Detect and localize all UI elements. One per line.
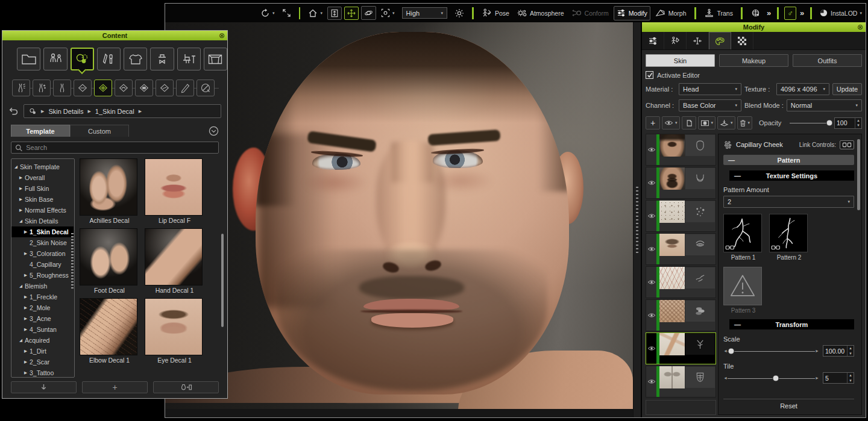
collapse-panel-button[interactable] — [209, 126, 219, 136]
tree-arrow-icon[interactable]: ▶ — [19, 186, 25, 191]
tree-arrow-icon[interactable]: ▶ — [24, 273, 30, 278]
tree-item-acquired[interactable]: ◢Acquired — [11, 335, 74, 346]
reset-camera-button[interactable]: ▾ — [258, 7, 277, 20]
morph-button[interactable]: Morph — [653, 7, 689, 20]
layer-visibility-button[interactable]: ▾ — [662, 116, 680, 129]
pattern-section-header[interactable]: — Pattern — [723, 155, 854, 165]
layer-visibility-toggle[interactable] — [646, 366, 656, 397]
quality-dropdown[interactable]: High ▾ — [402, 7, 448, 19]
blend-mode-select[interactable]: Normal▾ — [787, 99, 862, 111]
normal-map-button[interactable] — [115, 80, 133, 96]
close-icon[interactable]: ⊗ — [219, 31, 225, 40]
skin-category-button[interactable]: Skin — [646, 54, 715, 67]
opacity-input[interactable]: 100 ▲▼ — [834, 117, 862, 129]
layer-capillary-cheek[interactable]: Capillary Cheek — [646, 266, 716, 298]
tree-arrow-icon[interactable]: ▶ — [24, 360, 30, 364]
tile-input[interactable]: 5 ▲▼ — [823, 372, 854, 384]
tile-slider-knob[interactable] — [773, 375, 779, 381]
tree-item-1-dirt[interactable]: ▶1_Dirt — [11, 346, 74, 357]
breadcrumb-item[interactable]: 1_Skin Decal — [95, 108, 134, 115]
tree-item-2-skin-noise[interactable]: 2_Skin Noise — [11, 237, 74, 248]
pattern-slot-pattern-1[interactable]: Pattern 1 — [723, 214, 763, 261]
bake-layer-button[interactable]: ▾ — [717, 116, 735, 129]
scale-slider-knob[interactable] — [728, 348, 734, 354]
tree-arrow-icon[interactable]: ◢ — [19, 284, 25, 288]
body-outline-button[interactable] — [53, 80, 71, 96]
scale-spinner[interactable]: ▲▼ — [847, 346, 854, 356]
tree-item-3-coloration[interactable]: ▶3_Coloration — [11, 248, 74, 259]
pattern-slot-pattern-2[interactable]: Pattern 2 — [769, 214, 809, 261]
add-layer-button[interactable]: + — [646, 116, 660, 129]
tree-item-2-mole[interactable]: ▶2_Mole — [11, 302, 74, 313]
transform-section-header[interactable]: — Transform — [729, 319, 854, 329]
layer-beard-base[interactable]: Beard_Base — [646, 167, 716, 199]
update-button[interactable]: Update — [832, 83, 862, 95]
instalod-button[interactable]: InstaLOD ▾ — [817, 7, 864, 20]
tree-item-4-suntan[interactable]: ▶4_Suntan — [11, 324, 74, 335]
close-icon[interactable]: ⊗ — [857, 23, 863, 31]
frame-selection-button[interactable]: ▾ — [379, 7, 397, 19]
tree-item-4-capillary[interactable]: 4_Capillary — [11, 259, 74, 270]
category-actor-button[interactable] — [43, 48, 67, 70]
makeup-category-button[interactable]: Makeup — [719, 54, 788, 67]
asset-lip-decal-f[interactable]: Lip Decal F — [145, 158, 203, 225]
fit-view-button[interactable] — [327, 7, 342, 20]
tree-scrollbar[interactable] — [71, 233, 74, 288]
transform-button[interactable]: Trans — [702, 7, 735, 20]
breadcrumb[interactable]: ▶ Skin Details ▶ 1_Skin Decal ▶ — [24, 104, 221, 118]
atmosphere-button[interactable]: Atmosphere — [514, 7, 567, 20]
tab-template[interactable]: Template — [11, 125, 70, 137]
tree-arrow-icon[interactable]: ▶ — [19, 175, 25, 180]
category-cloth-button[interactable] — [124, 48, 147, 70]
tab-texture-checker[interactable] — [731, 32, 753, 49]
male-character-button[interactable]: ♂ — [784, 7, 796, 20]
activate-editor-checkbox[interactable] — [646, 71, 653, 79]
language-gizmo-button[interactable] — [748, 7, 763, 19]
layer-body-vascular[interactable]: Body Vascular — [646, 332, 716, 364]
content-panel-header[interactable]: Content ⊗ — [2, 31, 227, 40]
scale-input[interactable]: 100.00 ▲▼ — [823, 345, 854, 357]
layer-visibility-toggle[interactable] — [646, 267, 656, 298]
layer-visibility-toggle[interactable] — [646, 234, 656, 264]
tree-item-full-skin[interactable]: ▶Full Skin — [11, 183, 74, 194]
asset-foot-decal[interactable]: Foot Decal — [80, 228, 137, 295]
asset-eye-decal-1[interactable]: Eye Decal 1 — [145, 298, 203, 365]
layer-visibility-toggle[interactable] — [646, 134, 656, 165]
category-stage-button[interactable] — [204, 48, 227, 70]
texture-select[interactable]: 4096 x 4096▾ — [776, 83, 829, 95]
category-makeup-button[interactable] — [97, 48, 121, 70]
tile-spinner[interactable]: ▲▼ — [847, 373, 854, 383]
search-box[interactable] — [11, 142, 219, 154]
modify-panel-header[interactable]: Modify ⊗ — [642, 22, 866, 32]
tab-attach[interactable] — [687, 32, 709, 49]
layer-scalp-base[interactable]: Scalp_Base — [646, 134, 716, 166]
layer-hemoglobin[interactable]: Hemoglobin — [646, 299, 716, 331]
tab-adjust[interactable] — [642, 32, 664, 49]
skin-marks-button[interactable] — [33, 80, 51, 96]
asset-elbow-decal-1[interactable]: Elbow Decal 1 — [80, 298, 137, 365]
layer-visibility-toggle[interactable] — [646, 201, 656, 231]
expand-chevrons[interactable]: » — [767, 8, 770, 17]
asset-hand-decal-1[interactable]: Hand Decal 1 — [145, 228, 203, 295]
tree-arrow-icon[interactable]: ▶ — [24, 251, 30, 256]
skin-decal-button[interactable] — [94, 80, 112, 96]
detail-scrollbar[interactable] — [857, 139, 860, 210]
tree-arrow-icon[interactable]: ◢ — [14, 164, 20, 169]
download-button[interactable] — [11, 381, 77, 393]
layer-visibility-toggle[interactable] — [646, 333, 656, 364]
tree-item-2-scar[interactable]: ▶2_Scar — [11, 357, 74, 367]
tattoo-pen-button[interactable] — [176, 80, 194, 96]
lighting-button[interactable] — [452, 7, 467, 20]
tab-custom[interactable]: Custom — [70, 125, 129, 137]
tree-arrow-icon[interactable]: ▶ — [24, 349, 30, 354]
channel-select[interactable]: Base Color▾ — [679, 99, 741, 111]
link-controls-button[interactable] — [840, 140, 854, 149]
tree-item-blemish[interactable]: ◢Blemish — [11, 281, 74, 292]
reset-button[interactable]: Reset — [723, 399, 854, 412]
category-accessory-button[interactable] — [150, 48, 174, 70]
opacity-slider-knob[interactable] — [826, 120, 833, 126]
tree-arrow-icon[interactable]: ▶ — [24, 295, 30, 299]
layer-visibility-toggle[interactable] — [646, 167, 656, 198]
category-skin-button[interactable] — [71, 48, 94, 70]
outfits-category-button[interactable]: Outfits — [793, 54, 862, 67]
